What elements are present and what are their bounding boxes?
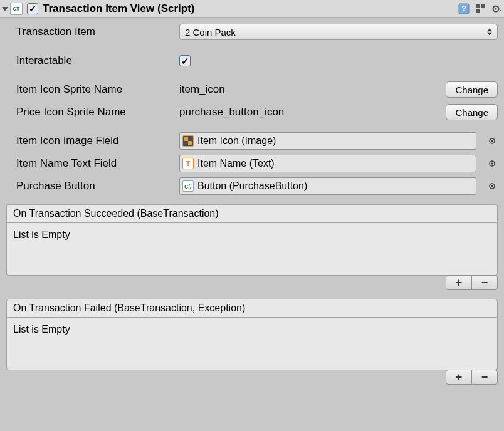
help-icon[interactable]: ? <box>458 3 470 15</box>
item-name-text-label: Item Name Text Field <box>16 157 179 170</box>
item-icon-image-label: Item Icon Image Field <box>16 135 179 147</box>
check-icon: ✓ <box>29 4 37 13</box>
script-icon: c# <box>10 3 23 15</box>
item-icon-sprite-label: Item Icon Sprite Name <box>16 83 179 96</box>
enable-checkbox[interactable]: ✓ <box>26 3 39 15</box>
item-name-text-value: Item Name (Text) <box>197 158 275 169</box>
event-failed-remove-button[interactable]: − <box>471 370 498 385</box>
item-icon-sprite-value: item_icon <box>179 83 441 96</box>
object-picker-icon[interactable] <box>486 135 498 147</box>
svg-rect-3 <box>476 4 480 8</box>
row-item-name-text: Item Name Text Field T Item Name (Text) <box>16 154 498 173</box>
image-icon <box>182 135 194 147</box>
event-succeeded-header: On Transaction Succeeded (BaseTransactio… <box>6 204 498 223</box>
interactable-checkbox[interactable]: ✓ <box>179 55 191 66</box>
svg-rect-12 <box>188 141 192 145</box>
event-succeeded-body: List is Empty <box>6 223 498 276</box>
price-icon-sprite-label: Price Icon Sprite Name <box>16 106 179 118</box>
event-failed-body: List is Empty <box>6 318 498 370</box>
svg-rect-11 <box>184 137 188 141</box>
svg-rect-4 <box>481 4 485 8</box>
row-transaction-item: Transaction Item 2 Coin Pack <box>16 23 498 41</box>
item-icon-image-value: Item Icon (Image) <box>197 135 276 147</box>
script-icon: c# <box>182 180 194 192</box>
transaction-item-label: Transaction Item <box>16 26 179 38</box>
object-picker-icon[interactable] <box>486 158 498 169</box>
preset-icon[interactable] <box>474 3 486 15</box>
svg-point-14 <box>491 140 493 142</box>
event-succeeded-add-button[interactable]: + <box>446 275 472 290</box>
svg-rect-5 <box>476 9 480 13</box>
row-item-icon-image: Item Icon Image Field Item Icon (Image) <box>16 132 498 150</box>
price-icon-sprite-value: purchase_button_icon <box>179 106 441 118</box>
event-succeeded: On Transaction Succeeded (BaseTransactio… <box>6 204 498 290</box>
transaction-item-dropdown[interactable]: 2 Coin Pack <box>179 24 498 40</box>
purchase-button-field[interactable]: c# Button (PurchaseButton) <box>179 177 476 195</box>
interactable-label: Interactable <box>16 55 179 67</box>
purchase-button-value: Button (PurchaseButton) <box>197 180 307 192</box>
item-name-text-field[interactable]: T Item Name (Text) <box>179 155 476 172</box>
svg-rect-8 <box>500 10 501 11</box>
component-header: c# ✓ Transaction Item View (Script) ? <box>0 0 504 18</box>
item-icon-sprite-change-button[interactable]: Change <box>446 81 498 98</box>
svg-marker-9 <box>487 29 492 32</box>
chevron-updown-icon <box>487 29 492 36</box>
svg-point-16 <box>491 163 493 165</box>
row-interactable: Interactable ✓ <box>16 51 498 70</box>
svg-point-7 <box>495 8 497 9</box>
check-icon: ✓ <box>181 56 189 66</box>
component-title: Transaction Item View (Script) <box>43 3 458 15</box>
foldout-toggle-icon[interactable] <box>1 5 9 13</box>
gear-icon[interactable] <box>490 3 503 15</box>
text-icon: T <box>182 158 194 169</box>
item-icon-image-field[interactable]: Item Icon (Image) <box>179 132 476 150</box>
row-price-icon-sprite: Price Icon Sprite Name purchase_button_i… <box>16 103 498 122</box>
svg-marker-10 <box>487 33 492 36</box>
event-failed: On Transaction Failed (BaseTransaction, … <box>6 299 498 385</box>
price-icon-sprite-change-button[interactable]: Change <box>446 104 498 120</box>
transaction-item-value: 2 Coin Pack <box>185 27 236 38</box>
row-purchase-button: Purchase Button c# Button (PurchaseButto… <box>16 177 498 195</box>
svg-marker-0 <box>2 7 8 11</box>
event-failed-add-button[interactable]: + <box>446 370 472 385</box>
row-item-icon-sprite: Item Icon Sprite Name item_icon Change <box>16 80 498 99</box>
purchase-button-label: Purchase Button <box>16 180 179 192</box>
object-picker-icon[interactable] <box>486 180 498 192</box>
svg-text:?: ? <box>461 4 466 13</box>
event-failed-header: On Transaction Failed (BaseTransaction, … <box>6 299 498 318</box>
svg-point-18 <box>491 185 493 187</box>
event-succeeded-remove-button[interactable]: − <box>471 275 498 290</box>
